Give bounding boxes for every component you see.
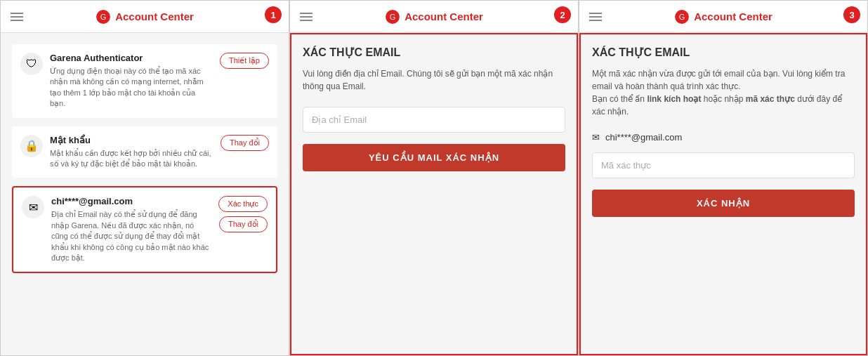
panel-3-desc-part1: Một mã xác nhận vừa được gửi tới email c… xyxy=(592,69,845,91)
logo-area-1: G Account Center xyxy=(96,9,194,25)
panel-3-email-display: ✉ chi****@gmail.com xyxy=(592,132,855,143)
panel-3-section-desc: Một mã xác nhận vừa được gửi tới email c… xyxy=(592,67,855,118)
authenticator-title: Garena Authenticator xyxy=(50,53,213,63)
password-actions: Thay đổi xyxy=(221,135,269,151)
email-input[interactable] xyxy=(303,107,565,133)
panel-3-content: XÁC THỰC EMAIL Một mã xác nhận vừa được … xyxy=(579,33,867,355)
panel-3-email: chi****@gmail.com xyxy=(605,132,682,143)
email-desc: Địa chỉ Email này có thể sử dụng để đăng… xyxy=(51,209,211,263)
password-desc: Mật khẩu cần được kết hợp bởi nhiều chữ … xyxy=(50,148,213,170)
authenticator-body: Garena Authenticator Ứng dụng điện thoại… xyxy=(50,53,213,110)
panel-3-header: G Account Center 3 xyxy=(579,1,867,33)
email-change-button[interactable]: Thay đổi xyxy=(219,216,268,232)
panel-1-content: 🛡 Garena Authenticator Ứng dụng điện tho… xyxy=(1,33,289,355)
email-verify-button[interactable]: Xác thực xyxy=(218,196,268,212)
panels-container: G Account Center 1 🛡 Garena Authenticato… xyxy=(0,0,868,356)
panel-3-desc-part2: Bạn có thể ấn link kích hoạt hoặc nhập m… xyxy=(592,94,842,117)
panel-3-badge: 3 xyxy=(843,6,860,23)
panel-2-section-desc: Vui lòng điền địa chỉ Email. Chúng tôi s… xyxy=(303,67,565,93)
verification-code-input[interactable] xyxy=(592,152,855,178)
verify-button[interactable]: XÁC NHẬN xyxy=(592,190,855,217)
panel-2-title: Account Center xyxy=(405,11,483,22)
email-item: ✉ chi****@gmail.com Địa chỉ Email này có… xyxy=(12,186,277,273)
panel-1: G Account Center 1 🛡 Garena Authenticato… xyxy=(0,0,289,356)
panel-3-title: Account Center xyxy=(694,11,772,22)
authenticator-item: 🛡 Garena Authenticator Ứng dụng điện tho… xyxy=(12,44,277,118)
email-row: chi****@gmail.com xyxy=(51,196,211,206)
panel-2-badge: 2 xyxy=(554,6,571,23)
email-icon-item: ✉ xyxy=(22,196,44,218)
svg-text:G: G xyxy=(100,12,107,20)
authenticator-desc: Ứng dụng điện thoại này có thể tạo mã xá… xyxy=(50,66,213,110)
email-envelope-icon: ✉ xyxy=(592,132,600,143)
panel-2: G Account Center 2 XÁC THỰC EMAIL Vui lò… xyxy=(289,0,579,356)
garena-logo-1: G xyxy=(96,9,111,25)
logo-area-3: G Account Center xyxy=(674,9,772,25)
password-icon: 🔒 xyxy=(20,135,43,157)
panel-3-section-title: XÁC THỰC EMAIL xyxy=(592,46,855,59)
panel-2-content: XÁC THỰC EMAIL Vui lòng điền địa chỉ Ema… xyxy=(290,33,578,355)
svg-text:G: G xyxy=(679,12,685,20)
menu-icon-3[interactable] xyxy=(589,13,602,21)
garena-logo-3: G xyxy=(674,9,690,25)
email-body: chi****@gmail.com Địa chỉ Email này có t… xyxy=(51,196,211,263)
menu-icon-1[interactable] xyxy=(11,13,23,21)
email-address: chi****@gmail.com xyxy=(51,196,133,206)
svg-text:G: G xyxy=(390,12,396,20)
request-email-button[interactable]: YÊU CẦU MAIL XÁC NHẬN xyxy=(303,144,565,171)
panel-3: G Account Center 3 XÁC THỰC EMAIL Một mã… xyxy=(579,0,868,356)
authenticator-setup-button[interactable]: Thiết lập xyxy=(220,53,269,69)
panel-2-header: G Account Center 2 xyxy=(290,1,578,33)
panel-1-title: Account Center xyxy=(115,11,194,22)
logo-area-2: G Account Center xyxy=(385,9,483,25)
authenticator-actions: Thiết lập xyxy=(220,53,269,69)
password-item: 🔒 Mật khẩu Mật khẩu cần được kết hợp bởi… xyxy=(12,126,277,178)
menu-icon-2[interactable] xyxy=(300,13,313,21)
authenticator-icon: 🛡 xyxy=(20,53,43,75)
email-actions: Xác thực Thay đổi xyxy=(218,196,268,232)
garena-logo-2: G xyxy=(385,9,400,25)
password-title: Mật khẩu xyxy=(50,135,213,145)
panel-2-section-title: XÁC THỰC EMAIL xyxy=(303,46,565,59)
password-body: Mật khẩu Mật khẩu cần được kết hợp bởi n… xyxy=(50,135,213,170)
panel-1-badge: 1 xyxy=(265,6,282,23)
panel-1-header: G Account Center 1 xyxy=(1,1,289,33)
password-change-button[interactable]: Thay đổi xyxy=(221,135,269,151)
